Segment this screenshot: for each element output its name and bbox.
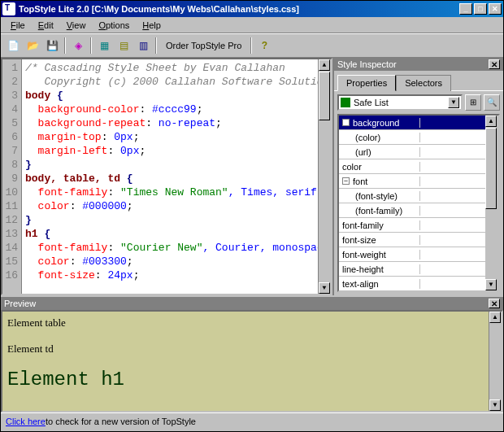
scroll-up-icon[interactable]: ▲ [489,312,501,323]
open-file-button[interactable]: 📂 [24,37,41,55]
preview-pane: Element table Element td Element h1 ▲ ▼ [1,310,503,412]
separator [64,37,66,54]
separator [250,37,252,54]
order-topstyle-button[interactable]: Order TopStyle Pro [160,38,247,53]
inspector-scrollbar[interactable]: ▲ ▼ [485,116,498,290]
chevron-down-icon[interactable]: ▼ [448,97,459,108]
separator [155,37,157,54]
prop-row[interactable]: (color) [339,130,485,145]
tab-selectors[interactable]: Selectors [396,75,451,91]
editor-scrollbar-vertical[interactable]: ▲ ▼ [318,59,331,294]
menu-file[interactable]: File [4,19,32,32]
prop-row-color[interactable]: color [339,159,485,174]
menu-edit[interactable]: Edit [32,19,60,32]
safelist-dropdown[interactable]: Safe List ▼ [337,94,463,111]
close-button[interactable]: ✕ [489,3,502,15]
menu-options[interactable]: Options [92,19,136,32]
grid-view-button[interactable]: ⊞ [465,94,481,111]
preview-scrollbar[interactable]: ▲ ▼ [489,312,502,411]
prop-row-background[interactable]: −background [339,116,485,130]
preview-title-text: Preview [4,299,36,308]
property-grid[interactable]: −background (color) (url) color −font (f… [337,114,500,292]
style-inspector-panel: Style Inspector ✕ Properties Selectors S… [332,58,503,295]
inspector-title-text: Style Inspector [337,59,397,69]
inspector-titlebar: Style Inspector ✕ [334,58,503,71]
app-icon [2,2,15,15]
preview-element-td: Element td [7,343,484,356]
tool-a-button[interactable]: ▦ [95,37,113,55]
code-content[interactable]: /* Cascading Style Sheet by Evan Callaha… [22,59,318,294]
scroll-up-icon[interactable]: ▲ [485,116,497,127]
scroll-down-icon[interactable]: ▼ [485,279,497,290]
preview-element-h1: Element h1 [7,369,484,391]
prop-row-line-height[interactable]: line-height [339,262,485,277]
tool-c-button[interactable]: ▥ [134,37,152,55]
preview-element-table: Element table [7,316,484,329]
inspector-close-button[interactable]: ✕ [489,59,500,69]
save-file-button[interactable]: 💾 [43,37,61,55]
tab-properties[interactable]: Properties [337,75,396,91]
preview-titlebar: Preview ✕ [1,295,503,310]
scroll-down-icon[interactable]: ▼ [319,282,330,294]
search-button[interactable]: 🔍 [484,94,500,111]
tag-button[interactable]: ◈ [69,37,87,55]
preview-close-button[interactable]: ✕ [489,299,500,308]
tool-b-button[interactable]: ▤ [115,37,133,55]
prop-row-font-weight[interactable]: font-weight [339,247,485,262]
collapse-icon[interactable]: − [342,119,350,126]
code-editor[interactable]: 12345678910111213141516 /* Cascading Sty… [1,58,332,295]
prop-row-font-size[interactable]: font-size [339,233,485,247]
prop-row[interactable]: (font-style) [339,189,485,203]
prop-row-font-family[interactable]: font-family [339,218,485,233]
separator [90,37,92,54]
scroll-thumb[interactable] [485,128,497,209]
status-text: to check for a new version of TopStyle [46,417,196,426]
toolbar: 📄 📂 💾 ◈ ▦ ▤ ▥ Order TopStyle Pro ? [1,33,503,58]
dropdown-value: Safe List [354,98,389,107]
menu-help[interactable]: Help [136,19,167,32]
statusbar: Click here to check for a new version of… [1,412,503,429]
scroll-down-icon[interactable]: ▼ [489,399,501,411]
prop-row[interactable]: (font-family) [339,203,485,218]
safelist-icon [341,98,350,107]
scroll-thumb[interactable] [319,72,330,120]
update-check-link[interactable]: Click here [6,417,46,426]
window-titlebar: TopStyle Lite 2.0 [C:\My Documents\My We… [1,1,503,17]
preview-content: Element table Element td Element h1 [2,312,489,411]
minimize-button[interactable]: _ [459,3,472,15]
prop-row-text-align[interactable]: text-align [339,277,485,291]
line-gutter: 12345678910111213141516 [2,59,22,294]
window-title: TopStyle Lite 2.0 [C:\My Documents\My We… [19,4,459,14]
collapse-icon[interactable]: − [342,177,350,185]
prop-row-font[interactable]: −font [339,174,485,189]
inspector-tabs: Properties Selectors [334,71,503,90]
help-button[interactable]: ? [255,37,273,55]
menu-view[interactable]: View [60,19,93,32]
maximize-button[interactable]: □ [474,3,487,15]
scroll-up-icon[interactable]: ▲ [319,59,330,71]
menubar: File Edit View Options Help [1,17,503,33]
new-file-button[interactable]: 📄 [4,37,22,55]
prop-row[interactable]: (url) [339,145,485,159]
